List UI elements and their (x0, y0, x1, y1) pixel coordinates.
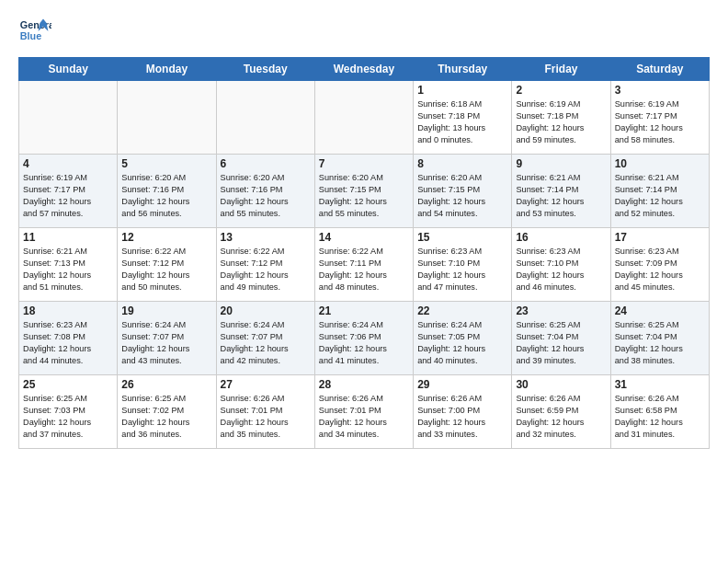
calendar-cell: 14Sunrise: 6:22 AM Sunset: 7:11 PM Dayli… (314, 228, 413, 302)
day-number: 24 (615, 304, 705, 317)
calendar-cell: 1Sunrise: 6:18 AM Sunset: 7:18 PM Daylig… (414, 81, 512, 155)
day-info: Sunrise: 6:25 AM Sunset: 7:03 PM Dayligh… (23, 393, 113, 441)
day-number: 20 (221, 304, 311, 317)
calendar-week-4: 18Sunrise: 6:23 AM Sunset: 7:08 PM Dayli… (19, 302, 710, 375)
calendar-cell: 11Sunrise: 6:21 AM Sunset: 7:13 PM Dayli… (19, 228, 118, 302)
day-number: 9 (516, 157, 606, 170)
calendar-cell: 23Sunrise: 6:25 AM Sunset: 7:04 PM Dayli… (512, 302, 610, 375)
day-info: Sunrise: 6:25 AM Sunset: 7:04 PM Dayligh… (615, 319, 705, 367)
day-number: 1 (417, 84, 507, 97)
day-number: 27 (221, 378, 311, 391)
day-number: 3 (615, 84, 705, 97)
day-info: Sunrise: 6:24 AM Sunset: 7:06 PM Dayligh… (319, 319, 409, 367)
calendar-cell: 8Sunrise: 6:20 AM Sunset: 7:15 PM Daylig… (414, 155, 512, 228)
day-number: 2 (516, 84, 606, 97)
day-number: 11 (23, 231, 113, 244)
calendar-cell (216, 81, 314, 155)
day-info: Sunrise: 6:26 AM Sunset: 7:01 PM Dayligh… (221, 393, 311, 441)
day-info: Sunrise: 6:25 AM Sunset: 7:02 PM Dayligh… (121, 393, 211, 441)
calendar-cell: 7Sunrise: 6:20 AM Sunset: 7:15 PM Daylig… (314, 155, 413, 228)
calendar-cell: 15Sunrise: 6:23 AM Sunset: 7:10 PM Dayli… (414, 228, 512, 302)
day-info: Sunrise: 6:18 AM Sunset: 7:18 PM Dayligh… (417, 98, 507, 146)
day-number: 15 (417, 231, 507, 244)
day-info: Sunrise: 6:23 AM Sunset: 7:10 PM Dayligh… (417, 246, 507, 293)
calendar-page: GeneralBlue SundayMondayTuesdayWednesday… (0, 0, 728, 458)
day-info: Sunrise: 6:20 AM Sunset: 7:16 PM Dayligh… (121, 172, 211, 220)
day-number: 7 (319, 157, 409, 170)
day-info: Sunrise: 6:26 AM Sunset: 7:00 PM Dayligh… (417, 393, 507, 441)
day-info: Sunrise: 6:25 AM Sunset: 7:04 PM Dayligh… (516, 319, 606, 367)
day-info: Sunrise: 6:26 AM Sunset: 6:58 PM Dayligh… (615, 393, 705, 441)
calendar-cell: 21Sunrise: 6:24 AM Sunset: 7:06 PM Dayli… (314, 302, 413, 375)
day-number: 19 (121, 304, 211, 317)
calendar-cell: 4Sunrise: 6:19 AM Sunset: 7:17 PM Daylig… (19, 155, 118, 228)
calendar-cell: 31Sunrise: 6:26 AM Sunset: 6:58 PM Dayli… (610, 375, 709, 449)
calendar-cell: 17Sunrise: 6:23 AM Sunset: 7:09 PM Dayli… (610, 228, 709, 302)
calendar-cell: 27Sunrise: 6:26 AM Sunset: 7:01 PM Dayli… (216, 375, 314, 449)
day-info: Sunrise: 6:19 AM Sunset: 7:18 PM Dayligh… (516, 98, 606, 146)
day-number: 8 (417, 157, 507, 170)
day-number: 5 (121, 157, 211, 170)
day-number: 10 (615, 157, 705, 170)
calendar-cell: 28Sunrise: 6:26 AM Sunset: 7:01 PM Dayli… (314, 375, 413, 449)
day-info: Sunrise: 6:20 AM Sunset: 7:16 PM Dayligh… (221, 172, 311, 220)
calendar-cell (118, 81, 216, 155)
day-info: Sunrise: 6:23 AM Sunset: 7:08 PM Dayligh… (23, 319, 113, 367)
day-info: Sunrise: 6:26 AM Sunset: 7:01 PM Dayligh… (319, 393, 409, 441)
day-info: Sunrise: 6:26 AM Sunset: 6:59 PM Dayligh… (516, 393, 606, 441)
day-number: 12 (121, 231, 211, 244)
weekday-header-monday: Monday (118, 58, 216, 81)
day-number: 30 (516, 378, 606, 391)
calendar-cell: 30Sunrise: 6:26 AM Sunset: 6:59 PM Dayli… (512, 375, 610, 449)
calendar-cell (314, 81, 413, 155)
calendar-cell: 3Sunrise: 6:19 AM Sunset: 7:17 PM Daylig… (610, 81, 709, 155)
day-number: 16 (516, 231, 606, 244)
calendar-cell: 5Sunrise: 6:20 AM Sunset: 7:16 PM Daylig… (118, 155, 216, 228)
day-info: Sunrise: 6:20 AM Sunset: 7:15 PM Dayligh… (319, 172, 409, 220)
calendar-cell: 26Sunrise: 6:25 AM Sunset: 7:02 PM Dayli… (118, 375, 216, 449)
calendar-cell: 9Sunrise: 6:21 AM Sunset: 7:14 PM Daylig… (512, 155, 610, 228)
day-number: 26 (121, 378, 211, 391)
calendar-cell: 29Sunrise: 6:26 AM Sunset: 7:00 PM Dayli… (414, 375, 512, 449)
calendar-cell: 6Sunrise: 6:20 AM Sunset: 7:16 PM Daylig… (216, 155, 314, 228)
calendar-cell: 19Sunrise: 6:24 AM Sunset: 7:07 PM Dayli… (118, 302, 216, 375)
day-number: 17 (615, 231, 705, 244)
day-info: Sunrise: 6:19 AM Sunset: 7:17 PM Dayligh… (23, 172, 113, 220)
day-info: Sunrise: 6:24 AM Sunset: 7:07 PM Dayligh… (221, 319, 311, 367)
calendar-cell: 12Sunrise: 6:22 AM Sunset: 7:12 PM Dayli… (118, 228, 216, 302)
day-number: 13 (221, 231, 311, 244)
weekday-header-sunday: Sunday (19, 58, 118, 81)
calendar-week-2: 4Sunrise: 6:19 AM Sunset: 7:17 PM Daylig… (19, 155, 710, 228)
day-number: 25 (23, 378, 113, 391)
weekday-header-thursday: Thursday (414, 58, 512, 81)
day-number: 21 (319, 304, 409, 317)
day-info: Sunrise: 6:24 AM Sunset: 7:05 PM Dayligh… (417, 319, 507, 367)
calendar-week-1: 1Sunrise: 6:18 AM Sunset: 7:18 PM Daylig… (19, 81, 710, 155)
day-info: Sunrise: 6:23 AM Sunset: 7:09 PM Dayligh… (615, 246, 705, 293)
calendar-week-5: 25Sunrise: 6:25 AM Sunset: 7:03 PM Dayli… (19, 375, 710, 449)
day-number: 6 (221, 157, 311, 170)
day-info: Sunrise: 6:21 AM Sunset: 7:14 PM Dayligh… (516, 172, 606, 220)
day-number: 23 (516, 304, 606, 317)
day-info: Sunrise: 6:22 AM Sunset: 7:12 PM Dayligh… (221, 246, 311, 293)
calendar-cell: 25Sunrise: 6:25 AM Sunset: 7:03 PM Dayli… (19, 375, 118, 449)
day-info: Sunrise: 6:23 AM Sunset: 7:10 PM Dayligh… (516, 246, 606, 293)
day-info: Sunrise: 6:24 AM Sunset: 7:07 PM Dayligh… (121, 319, 211, 367)
calendar-week-3: 11Sunrise: 6:21 AM Sunset: 7:13 PM Dayli… (19, 228, 710, 302)
weekday-header-saturday: Saturday (610, 58, 709, 81)
logo-icon: GeneralBlue (18, 15, 51, 48)
calendar-header: GeneralBlue (18, 15, 710, 48)
day-info: Sunrise: 6:22 AM Sunset: 7:11 PM Dayligh… (319, 246, 409, 293)
calendar-cell: 10Sunrise: 6:21 AM Sunset: 7:14 PM Dayli… (610, 155, 709, 228)
day-info: Sunrise: 6:21 AM Sunset: 7:14 PM Dayligh… (615, 172, 705, 220)
day-info: Sunrise: 6:22 AM Sunset: 7:12 PM Dayligh… (121, 246, 211, 293)
day-info: Sunrise: 6:21 AM Sunset: 7:13 PM Dayligh… (23, 246, 113, 293)
day-info: Sunrise: 6:20 AM Sunset: 7:15 PM Dayligh… (417, 172, 507, 220)
calendar-cell (19, 81, 118, 155)
calendar-cell: 20Sunrise: 6:24 AM Sunset: 7:07 PM Dayli… (216, 302, 314, 375)
logo: GeneralBlue (18, 15, 51, 48)
calendar-cell: 2Sunrise: 6:19 AM Sunset: 7:18 PM Daylig… (512, 81, 610, 155)
day-number: 22 (417, 304, 507, 317)
weekday-header-row: SundayMondayTuesdayWednesdayThursdayFrid… (19, 58, 710, 81)
day-number: 14 (319, 231, 409, 244)
